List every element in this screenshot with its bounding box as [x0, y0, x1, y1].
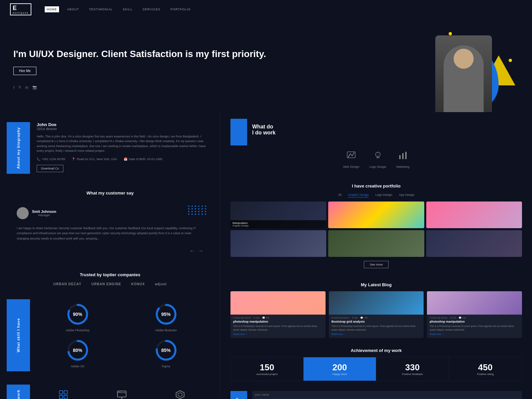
hero-section: I'm UI/UX Designer. Client Satisfaction …: [0, 19, 532, 112]
svg-point-15: [120, 391, 120, 392]
about-label: About my biography: [7, 122, 30, 174]
nav-link-services[interactable]: SERVICES: [141, 6, 162, 12]
skill-name-0: Adobe Photoshop: [66, 329, 90, 332]
twitter-icon[interactable]: 𝕏: [18, 85, 21, 89]
nav-link-about[interactable]: ABOUT: [65, 6, 81, 12]
linkedin-icon[interactable]: in: [25, 85, 28, 89]
blog-read-1[interactable]: Read more →: [329, 333, 424, 338]
right-service-web[interactable]: Web Design: [343, 150, 360, 168]
testimonial-title: What my customer say: [10, 190, 210, 195]
achievement-label-2: Positive feedback: [380, 373, 445, 376]
contact-form: Send Message: [252, 391, 522, 399]
hero-person: [435, 35, 492, 112]
blog-image-0: [230, 291, 326, 315]
service-branding-design[interactable]: Branding Design: [153, 388, 207, 399]
skill-circle-1: 95%: [154, 303, 178, 326]
portfolio-item-1[interactable]: [328, 202, 424, 228]
nav-link-skill[interactable]: SKILL: [121, 6, 135, 12]
blog-card-2: Posted By Admin ♥ 21k 💬 22k photoshop ma…: [427, 291, 522, 338]
portfolio-label-0: Manipulation Graphic Design: [230, 220, 326, 228]
blog-title: My Latest Blog: [230, 282, 522, 287]
blog-image-1: [329, 291, 424, 315]
svg-rect-10: [59, 395, 63, 399]
testimonial-nav: ← →: [17, 248, 203, 254]
right-service-name-1: Logo Design: [369, 165, 386, 168]
svg-point-26: [376, 152, 380, 157]
contact-label: Get in touch with me: [230, 391, 247, 399]
about-phone: 📞 +001 1234 56789: [37, 157, 65, 161]
service-apps-design[interactable]: Apps Design: [37, 388, 90, 399]
skills-label: What skill I have: [7, 299, 30, 371]
nav-logo: E multipose: [10, 3, 31, 15]
about-dob: 📅 Date of Birth: 02-01-1995: [124, 157, 162, 161]
nav-link-home[interactable]: HOME: [45, 6, 59, 12]
portfolio-tab-logo[interactable]: Logo Design: [375, 192, 392, 197]
portfolio-item-5[interactable]: [426, 230, 522, 257]
blog-meta-1: Posted By Admin ♥ 23k 💬 22k: [329, 315, 424, 320]
skill-circle-2: 80%: [66, 339, 89, 362]
testimonial-prev-button[interactable]: ←: [189, 248, 195, 254]
trusted-section: Trusted by toptier companies URBAN DECAY…: [0, 266, 220, 293]
portfolio-item-3[interactable]: [230, 230, 326, 257]
trusted-logos: URBAN DECAY URBAN ENGINE KONUX adjust: [10, 282, 210, 286]
achievement-section: Achievement of my work 150 successful pr…: [230, 343, 522, 386]
see-more-button[interactable]: See more: [364, 261, 388, 268]
about-content: John Doe UI/Ux desiner Hello, This is jo…: [30, 122, 213, 174]
testimonial-next-button[interactable]: →: [198, 248, 203, 254]
blog-meta-2: Posted By Admin ♥ 21k 💬 22k: [427, 315, 522, 320]
portfolio-item-2[interactable]: [426, 202, 522, 228]
facebook-icon[interactable]: f: [13, 85, 14, 89]
portfolio-item-4[interactable]: [328, 230, 424, 257]
what-do-services: Web Design Logo Design: [230, 145, 522, 173]
blog-card-0: Posted By Admin ♥ 21k 💬 22k photoshop ma…: [230, 291, 326, 338]
nav-link-testimonial[interactable]: TESTIMONIAL: [87, 6, 115, 12]
svg-rect-30: [399, 155, 401, 159]
download-cv-button[interactable]: Download Cv: [37, 165, 63, 172]
right-service-marketing[interactable]: Marketing: [396, 150, 410, 168]
services-label: What do I do work: [7, 385, 30, 399]
achievement-item-2: 330 Positive feedback: [376, 357, 449, 381]
skill-item-illustrator: 95% Adobe Illustrator: [125, 303, 207, 332]
skill-item-xd: 80% Adobe XD: [37, 339, 118, 368]
skills-content: 90% Adobe Photoshop 95% Adobe Illustrato…: [30, 299, 213, 371]
skill-circle-0: 90%: [66, 303, 89, 326]
trusted-logo-3: adjust: [155, 282, 166, 286]
achievement-title: Achievement of my work: [230, 348, 522, 353]
map-icon: 📍: [72, 157, 75, 161]
portfolio-item-0[interactable]: Manipulation Graphic Design: [230, 202, 326, 228]
contact-name-input[interactable]: [252, 391, 522, 399]
hero-hire-button[interactable]: Hire Me: [13, 67, 36, 75]
portfolio-tab-graphic[interactable]: Graphic Design: [348, 192, 369, 197]
svg-rect-9: [64, 391, 67, 394]
portfolio-tab-all[interactable]: All: [338, 192, 341, 197]
skills-section: What skill I have 90% Adobe Photoshop: [0, 293, 220, 378]
portfolio-tab-app[interactable]: App Design: [399, 192, 415, 197]
portfolio-title: I have creative portfolio: [230, 183, 522, 188]
dots-decoration: [188, 206, 207, 215]
nav-link-portfolio[interactable]: PORTFOLIO: [168, 6, 193, 12]
svg-rect-31: [402, 153, 404, 159]
svg-marker-18: [176, 391, 184, 399]
right-service-logo[interactable]: Logo Design: [369, 150, 386, 168]
right-marketing-icon: [398, 150, 408, 162]
calendar-icon: 📅: [124, 157, 127, 161]
skill-name-3: Figma: [162, 365, 170, 368]
service-ui-design[interactable]: UI Design: [95, 388, 148, 399]
blog-desc-0: This is a Photoshop's arsenal of Lorem i…: [230, 325, 326, 333]
achievement-num-2: 330: [380, 362, 445, 373]
instagram-icon[interactable]: 📷: [32, 85, 37, 89]
blog-read-0[interactable]: Read more →: [230, 333, 326, 338]
right-web-icon: [346, 150, 356, 162]
skill-percent-0: 90%: [73, 312, 82, 317]
achievement-num-3: 450: [452, 362, 518, 373]
achievement-num-1: 200: [307, 362, 373, 373]
author-name: Smit Johnson: [32, 210, 56, 214]
blog-read-2[interactable]: Read more →: [427, 333, 522, 338]
what-do-section-top: What doI do work Web Design: [230, 119, 522, 178]
skill-circle-3: 85%: [154, 339, 178, 362]
blog-likes-2: ♥ 21k: [450, 317, 456, 319]
what-do-title-wrap: What doI do work: [230, 119, 522, 136]
blog-meta-0: Posted By Admin ♥ 21k 💬 22k: [230, 315, 326, 320]
skill-name-2: Adobe XD: [71, 365, 84, 368]
blog-author-2: Posted By Admin: [430, 317, 447, 319]
